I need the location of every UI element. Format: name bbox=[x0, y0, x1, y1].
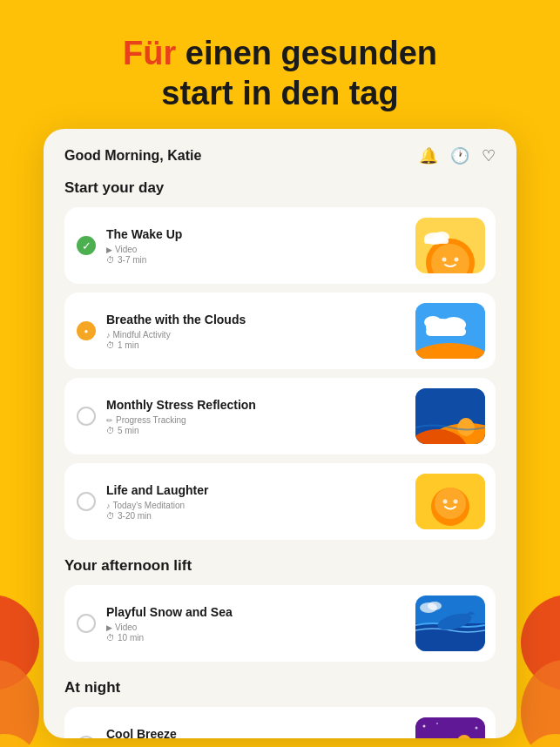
header-icons: 🔔 🕐 ♡ bbox=[419, 146, 496, 165]
svg-point-9 bbox=[442, 258, 447, 262]
item-breathe-clouds-title: Breathe with the Clouds bbox=[106, 312, 405, 327]
svg-point-45 bbox=[436, 723, 438, 724]
svg-point-38 bbox=[428, 602, 442, 610]
item-playful-snow-tag: ▶ Video bbox=[106, 622, 405, 632]
item-playful-snow-title: Playful Snow and Sea bbox=[106, 604, 405, 620]
item-playful-snow-tag-text: Video bbox=[115, 622, 137, 632]
app-card: Good Morning, Katie 🔔 🕐 ♡ Start your day… bbox=[44, 129, 516, 738]
morning-section-heading: Start your day bbox=[64, 179, 496, 197]
item-wake-up-title: The Wake Up bbox=[106, 226, 405, 242]
svg-point-30 bbox=[435, 488, 466, 519]
svg-rect-18 bbox=[426, 327, 466, 336]
status-empty-icon-1 bbox=[77, 407, 96, 426]
bell-icon[interactable]: 🔔 bbox=[419, 146, 438, 165]
clock-icon-5: ⏱ bbox=[106, 633, 115, 643]
item-life-laughter-meta: ♪ Today's Meditation ⏱ 3-20 min bbox=[106, 501, 405, 521]
item-wake-up-info: The Wake Up ▶ Video ⏱ 3-7 min bbox=[106, 226, 405, 265]
item-life-laughter[interactable]: Life and Laughter ♪ Today's Meditation ⏱… bbox=[64, 463, 496, 540]
item-cool-breeze-title: Cool Breeze bbox=[106, 726, 405, 738]
heart-icon[interactable]: ♡ bbox=[482, 146, 496, 165]
mindful-tag-icon: ♪ bbox=[106, 331, 111, 340]
svg-point-46 bbox=[476, 727, 478, 730]
item-breathe-clouds-tag-text: Mindful Activity bbox=[113, 330, 171, 340]
hero-title-line2: start in den tag bbox=[161, 75, 398, 111]
svg-point-4 bbox=[521, 660, 560, 747]
item-cool-breeze-info: Cool Breeze ♪ Sleep Music ⏱ 10-500 min bbox=[106, 726, 405, 738]
item-wake-up-meta: ▶ Video ⏱ 3-7 min bbox=[106, 245, 405, 265]
item-monthly-stress-thumb bbox=[415, 388, 485, 444]
status-empty-icon-4 bbox=[77, 736, 96, 738]
svg-rect-40 bbox=[415, 717, 485, 738]
item-playful-snow-info: Playful Snow and Sea ▶ Video ⏱ 10 min bbox=[106, 604, 405, 643]
item-wake-up-thumb bbox=[415, 218, 485, 273]
item-cool-breeze-thumb bbox=[415, 717, 485, 738]
svg-rect-13 bbox=[424, 239, 449, 244]
item-wake-up-duration: ⏱ 3-7 min bbox=[106, 255, 405, 265]
video-tag-icon: ▶ bbox=[106, 246, 112, 254]
item-breathe-clouds-duration: ⏱ 1 min bbox=[106, 340, 405, 350]
item-wake-up-tag: ▶ Video bbox=[106, 245, 405, 254]
svg-point-32 bbox=[454, 500, 458, 504]
app-header: Good Morning, Katie 🔔 🕐 ♡ bbox=[64, 146, 496, 165]
item-wake-up[interactable]: ✓ The Wake Up ▶ Video ⏱ 3-7 min bbox=[64, 207, 496, 284]
item-life-laughter-info: Life and Laughter ♪ Today's Meditation ⏱… bbox=[106, 482, 405, 521]
night-items-list: Cool Breeze ♪ Sleep Music ⏱ 10-500 min bbox=[64, 707, 496, 738]
item-playful-snow-thumb bbox=[415, 596, 485, 651]
status-done-icon: ✓ bbox=[77, 236, 96, 255]
item-breathe-clouds-meta: ♪ Mindful Activity ⏱ 1 min bbox=[106, 330, 405, 350]
item-monthly-stress-tag: ✏ Progress Tracking bbox=[106, 415, 405, 425]
morning-items-list: ✓ The Wake Up ▶ Video ⏱ 3-7 min bbox=[64, 207, 496, 540]
clock-icon-4: ⏱ bbox=[106, 511, 115, 521]
item-life-laughter-tag-text: Today's Meditation bbox=[113, 501, 186, 510]
item-breathe-clouds[interactable]: ● Breathe with the Clouds ♪ Mindful Acti… bbox=[64, 293, 496, 369]
status-empty-icon-2 bbox=[77, 492, 96, 511]
hero-title: Für einen gesunden start in den tag bbox=[123, 34, 437, 113]
item-monthly-stress-info: Monthly Stress Reflection ✏ Progress Tra… bbox=[106, 397, 405, 435]
greeting-text: Good Morning, Katie bbox=[64, 148, 201, 164]
item-monthly-stress-title: Monthly Stress Reflection bbox=[106, 397, 405, 413]
item-monthly-stress-tag-text: Progress Tracking bbox=[116, 415, 186, 425]
item-monthly-stress-duration-text: 5 min bbox=[118, 426, 138, 435]
clock-icon: ⏱ bbox=[106, 255, 115, 265]
svg-point-44 bbox=[423, 725, 426, 728]
item-life-laughter-title: Life and Laughter bbox=[106, 482, 405, 498]
clock-icon-2: ⏱ bbox=[106, 340, 115, 350]
item-life-laughter-tag: ♪ Today's Meditation bbox=[106, 501, 405, 510]
hero-highlight-word: Für bbox=[123, 35, 176, 71]
item-breathe-clouds-tag: ♪ Mindful Activity bbox=[106, 330, 405, 340]
svg-point-1 bbox=[0, 660, 39, 747]
item-playful-snow[interactable]: Playful Snow and Sea ▶ Video ⏱ 10 min bbox=[64, 585, 496, 662]
item-breathe-clouds-thumb bbox=[415, 303, 485, 359]
svg-point-19 bbox=[424, 316, 442, 328]
item-wake-up-duration-text: 3-7 min bbox=[118, 255, 146, 265]
item-life-laughter-thumb bbox=[415, 474, 485, 529]
item-monthly-stress-duration: ⏱ 5 min bbox=[106, 426, 405, 435]
night-section-heading: At night bbox=[64, 679, 496, 697]
hero-title-line1: einen gesunden bbox=[176, 35, 437, 71]
afternoon-section-heading: Your afternoon lift bbox=[64, 557, 496, 575]
clock-icon-3: ⏱ bbox=[106, 426, 115, 435]
item-cool-breeze[interactable]: Cool Breeze ♪ Sleep Music ⏱ 10-500 min bbox=[64, 707, 496, 738]
item-wake-up-tag-text: Video bbox=[115, 245, 137, 254]
item-breathe-clouds-info: Breathe with the Clouds ♪ Mindful Activi… bbox=[106, 312, 405, 350]
item-monthly-stress-meta: ✏ Progress Tracking ⏱ 5 min bbox=[106, 415, 405, 435]
status-active-icon: ● bbox=[77, 321, 96, 340]
item-playful-snow-meta: ▶ Video ⏱ 10 min bbox=[106, 622, 405, 643]
progress-tag-icon: ✏ bbox=[106, 416, 113, 425]
item-life-laughter-duration-text: 3-20 min bbox=[118, 511, 152, 521]
app-content: Good Morning, Katie 🔔 🕐 ♡ Start your day… bbox=[44, 129, 516, 738]
afternoon-items-list: Playful Snow and Sea ▶ Video ⏱ 10 min bbox=[64, 585, 496, 662]
svg-point-36 bbox=[446, 616, 451, 622]
item-playful-snow-duration-text: 10 min bbox=[118, 633, 144, 643]
svg-point-31 bbox=[443, 500, 448, 504]
status-empty-icon-3 bbox=[77, 614, 96, 633]
video-tag-icon-2: ▶ bbox=[106, 623, 112, 632]
history-icon[interactable]: 🕐 bbox=[450, 146, 469, 165]
item-playful-snow-duration: ⏱ 10 min bbox=[106, 633, 405, 643]
hero-section: Für einen gesunden start in den tag bbox=[0, 0, 560, 148]
meditation-tag-icon: ♪ bbox=[106, 501, 111, 510]
item-life-laughter-duration: ⏱ 3-20 min bbox=[106, 511, 405, 521]
svg-point-10 bbox=[455, 258, 459, 262]
item-breathe-clouds-duration-text: 1 min bbox=[118, 340, 138, 350]
item-monthly-stress[interactable]: Monthly Stress Reflection ✏ Progress Tra… bbox=[64, 378, 496, 454]
